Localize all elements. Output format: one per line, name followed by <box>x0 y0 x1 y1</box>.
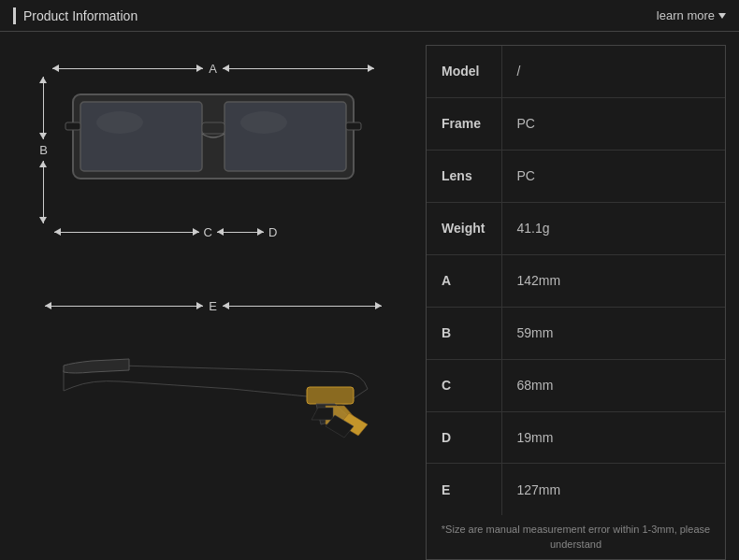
label-e: E <box>203 299 223 313</box>
spec-value: 68mm <box>501 359 725 411</box>
spec-value: 127mm <box>501 464 725 515</box>
header: Product Information learn more <box>0 0 739 32</box>
specs-container: Model/FramePCLensPCWeight41.1gA142mmB59m… <box>426 45 726 560</box>
arrow-c-line <box>54 232 199 233</box>
arrow-a-line <box>52 68 204 69</box>
table-row: D19mm <box>427 411 725 464</box>
spec-value: 19mm <box>501 411 725 464</box>
spec-value: 142mm <box>501 254 725 307</box>
label-c: C <box>199 225 217 239</box>
spec-value: PC <box>501 97 725 150</box>
page-title: Product Information <box>23 8 138 23</box>
right-panel: Model/FramePCLensPCWeight41.1gA142mmB59m… <box>426 32 739 560</box>
measurement-note: *Size are manual measurement error withi… <box>427 515 725 559</box>
spec-label: E <box>427 464 501 515</box>
header-title-area: Product Information <box>13 7 138 24</box>
header-bar-decoration <box>13 7 16 24</box>
side-view-diagram: E <box>36 284 391 471</box>
table-row: LensPC <box>427 150 725 202</box>
spec-label: C <box>427 359 501 411</box>
chevron-down-icon <box>718 13 726 19</box>
arrow-b: B <box>36 77 52 223</box>
spec-label: B <box>427 307 501 359</box>
table-row: Weight41.1g <box>427 202 725 254</box>
arrow-e-line-right <box>223 306 382 307</box>
arrow-e: E <box>45 297 382 314</box>
arrow-d <box>217 232 264 233</box>
table-row: A142mm <box>427 254 725 307</box>
spec-label: Weight <box>427 202 501 254</box>
svg-marker-10 <box>312 408 333 420</box>
spec-label: A <box>427 254 501 307</box>
glasses-front-image <box>54 71 372 230</box>
label-d: D <box>264 225 282 239</box>
learn-more-label: learn more <box>657 8 715 22</box>
arrow-b-line-top <box>43 77 44 139</box>
spec-value: / <box>501 46 725 97</box>
main-content: A B <box>0 32 739 560</box>
table-row: B59mm <box>427 307 725 359</box>
arrow-d-line <box>217 232 264 233</box>
arrow-c <box>54 232 199 233</box>
spec-label: Lens <box>427 150 501 202</box>
svg-rect-2 <box>225 102 346 171</box>
table-row: Model/ <box>427 46 725 97</box>
table-row: FramePC <box>427 97 725 150</box>
spec-value: 59mm <box>501 307 725 359</box>
spec-label: D <box>427 411 501 464</box>
svg-rect-1 <box>80 102 202 171</box>
svg-rect-4 <box>65 122 80 130</box>
front-view-diagram: A B <box>36 50 391 275</box>
spec-value: 41.1g <box>501 202 725 254</box>
learn-more-button[interactable]: learn more <box>657 8 726 22</box>
arrow-e-line-left <box>45 306 204 307</box>
glasses-side-image <box>45 314 382 467</box>
specs-table: Model/FramePCLensPCWeight41.1gA142mmB59m… <box>427 46 725 515</box>
label-b: B <box>39 139 48 161</box>
svg-point-7 <box>240 111 287 134</box>
spec-label: Model <box>427 46 501 97</box>
svg-point-6 <box>96 111 143 134</box>
svg-rect-5 <box>346 122 361 130</box>
table-row: E127mm <box>427 464 725 515</box>
spec-value: PC <box>501 150 725 202</box>
table-row: C68mm <box>427 359 725 411</box>
svg-rect-3 <box>202 122 225 134</box>
arrow-a-line-right <box>223 68 374 69</box>
arrow-cd: C D <box>54 225 283 239</box>
arrow-b-line-bottom <box>43 161 44 223</box>
left-panel: A B <box>0 32 426 560</box>
spec-label: Frame <box>427 97 501 150</box>
svg-rect-8 <box>307 387 354 404</box>
